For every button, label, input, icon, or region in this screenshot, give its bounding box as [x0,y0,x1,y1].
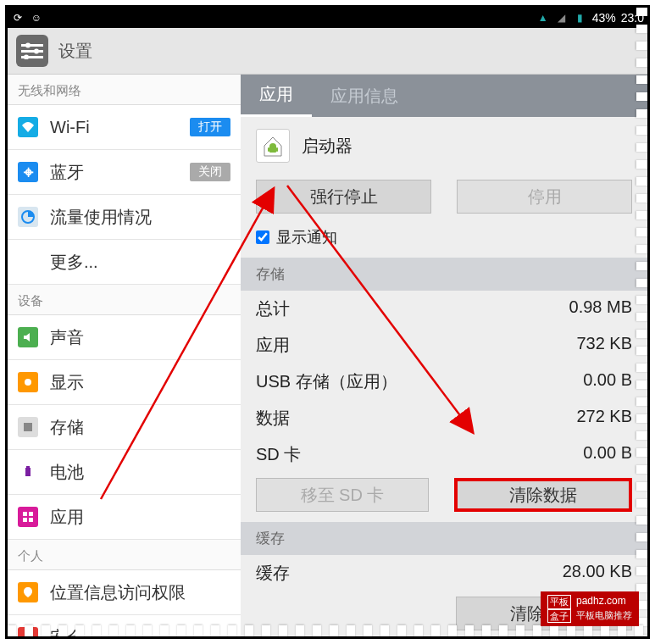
kv-label: SD 卡 [256,443,301,466]
section-device: 设备 [8,285,241,315]
svg-rect-2 [21,50,43,53]
section-cache: 缓存 [241,522,647,555]
sidebar-item-battery[interactable]: 电池 [8,450,241,495]
rotate-icon: ⟳ [11,11,25,25]
svg-point-1 [25,43,31,48]
wifi-icon: ▲ [536,11,550,25]
kv-value: 0.00 B [583,443,632,466]
sidebar-item-sound[interactable]: 声音 [8,315,241,360]
storage-icon [18,417,38,437]
watermark-l2b: 平板电脑推荐 [576,609,632,623]
kv-value: 28.00 KB [563,562,632,585]
svg-rect-18 [268,147,269,152]
tab-appinfo[interactable]: 应用信息 [312,75,417,117]
sidebar-item-label: 存储 [50,416,84,439]
svg-rect-17 [269,147,276,153]
force-stop-button[interactable]: 强行停止 [256,180,431,214]
svg-rect-0 [21,44,43,47]
blank-icon [18,252,38,272]
svg-rect-13 [23,518,27,522]
location-icon [18,582,38,602]
sidebar-item-label: Wi-Fi [50,118,90,137]
svg-rect-19 [276,147,278,152]
watermark-l1a: 平板 [547,595,571,608]
battery-icon: ▮ [574,11,587,25]
show-notif-checkbox[interactable] [256,230,269,244]
sidebar-item-more[interactable]: 更多... [8,240,241,285]
kv-label: 缓存 [256,562,290,585]
sidebar-item-storage[interactable]: 存储 [8,405,241,450]
wifi-item-icon [18,117,38,137]
sidebar-item-data-usage[interactable]: 流量使用情况 [8,195,241,240]
sidebar-item-label: 更多... [50,251,98,274]
signal-icon: ◢ [555,11,569,25]
kv-label: 数据 [256,407,290,430]
svg-rect-14 [29,518,33,522]
sidebar-item-wifi[interactable]: Wi-Fi 打开 [8,105,241,150]
section-storage: 存储 [241,258,647,291]
kv-value: 0.00 B [583,370,632,393]
kv-label: USB 存储（应用） [256,370,397,393]
detail-pane: 应用 应用信息 启动器 强行停止 停用 [241,75,647,636]
display-icon [18,372,38,392]
face-icon: ☺ [30,11,43,25]
svg-rect-11 [23,512,27,516]
watermark-l2a: 盒子 [547,609,571,623]
app-name: 启动器 [302,135,352,158]
watermark-l1b: padhz.com [576,595,626,608]
sidebar-item-label: 流量使用情况 [50,206,152,229]
clear-data-button[interactable]: 清除数据 [454,478,632,512]
watermark: 平板 padhz.com 盒子 平板电脑推荐 [541,591,639,626]
disable-button[interactable]: 停用 [457,180,632,214]
svg-point-7 [25,379,31,386]
svg-rect-12 [29,512,33,516]
section-personal: 个人 [8,540,241,570]
kv-label: 总计 [256,297,290,320]
kv-label: 应用 [256,334,290,357]
page-title: 设置 [58,40,92,63]
sidebar-item-label: 显示 [50,371,84,394]
app-icon [256,129,290,163]
sidebar-item-bluetooth[interactable]: ⌖ 蓝牙 关闭 [8,150,241,195]
sound-icon [18,327,38,347]
wifi-toggle[interactable]: 打开 [190,118,230,136]
sidebar-item-label: 电池 [50,461,84,484]
battery-item-icon [18,462,38,482]
section-wireless: 无线和网络 [8,75,241,105]
sidebar-item-label: 应用 [50,506,84,529]
kv-value: 272 KB [576,407,632,430]
svg-rect-8 [24,423,32,431]
kv-value: 0.98 MB [569,297,632,320]
bt-toggle[interactable]: 关闭 [190,163,230,181]
kv-value: 732 KB [576,334,632,357]
sidebar-item-label: 蓝牙 [50,161,84,184]
sidebar-item-display[interactable]: 显示 [8,360,241,405]
sidebar-item-label: 位置信息访问权限 [50,581,186,604]
battery-pct: 43% [592,11,616,25]
svg-rect-9 [25,468,31,476]
settings-header: 设置 [8,28,647,75]
torn-edge-bottom [8,625,647,639]
move-sd-button[interactable]: 移至 SD 卡 [256,478,429,512]
sidebar-item-location[interactable]: 位置信息访问权限 [8,570,241,615]
apps-icon [18,507,38,527]
torn-edge-right [636,8,650,636]
svg-rect-10 [26,466,30,468]
bluetooth-icon: ⌖ [18,162,38,182]
svg-point-3 [34,49,39,54]
settings-sidebar[interactable]: 无线和网络 Wi-Fi 打开 ⌖ 蓝牙 关闭 流量使用情况 [8,75,241,636]
detail-tabs: 应用 应用信息 [241,75,647,117]
tab-apps[interactable]: 应用 [241,75,312,117]
data-usage-icon [18,207,38,227]
sidebar-item-label: 声音 [50,326,84,349]
status-bar: ⟳ ☺ ▲ ◢ ▮ 43% 23:0 [8,8,647,28]
show-notif-label: 显示通知 [276,227,337,247]
svg-point-5 [24,55,29,60]
settings-icon [16,35,48,67]
sidebar-item-apps[interactable]: 应用 [8,495,241,540]
